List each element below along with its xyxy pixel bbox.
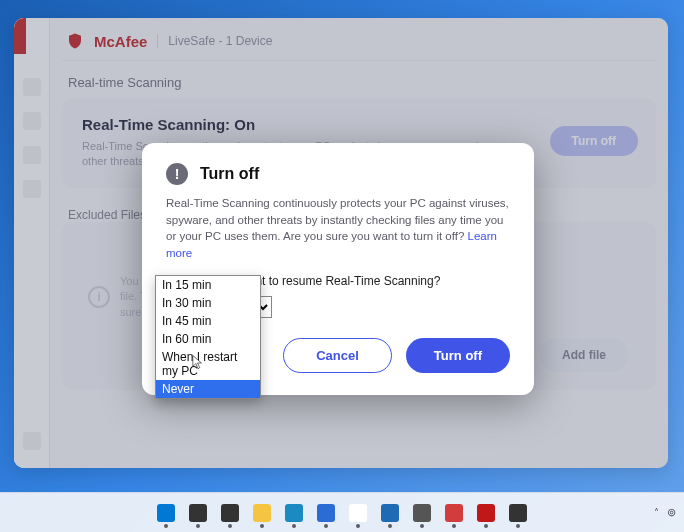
dropdown-option[interactable]: In 45 min	[156, 312, 260, 330]
dropdown-option[interactable]: Never	[156, 380, 260, 398]
dropdown-option[interactable]: In 15 min	[156, 276, 260, 294]
terminal-icon[interactable]	[507, 502, 529, 524]
warning-icon: !	[166, 163, 188, 185]
modal-title: Turn off	[200, 165, 259, 183]
dropdown-option[interactable]: In 60 min	[156, 330, 260, 348]
explorer-icon[interactable]	[251, 502, 273, 524]
edge-icon[interactable]	[283, 502, 305, 524]
store-icon[interactable]	[315, 502, 337, 524]
start-icon[interactable]	[155, 502, 177, 524]
app-icon[interactable]	[443, 502, 465, 524]
taskbar[interactable]: ˄ ⊚	[0, 492, 684, 532]
photos-icon[interactable]	[379, 502, 401, 524]
modal-body: Real-Time Scanning continuously protects…	[166, 195, 510, 262]
search-icon[interactable]	[187, 502, 209, 524]
settings-icon[interactable]	[411, 502, 433, 524]
cancel-button[interactable]: Cancel	[283, 338, 392, 373]
resume-time-dropdown[interactable]: In 15 minIn 30 minIn 45 minIn 60 minWhen…	[155, 275, 261, 399]
dropdown-option[interactable]: In 30 min	[156, 294, 260, 312]
turn-off-confirm-button[interactable]: Turn off	[406, 338, 510, 373]
modal-body-text: Real-Time Scanning continuously protects…	[166, 197, 509, 242]
tray-network-icon[interactable]: ⊚	[667, 506, 676, 519]
mcafee-tray-icon[interactable]	[475, 502, 497, 524]
mail-icon[interactable]	[347, 502, 369, 524]
tray-chevron-up-icon[interactable]: ˄	[654, 507, 659, 518]
dropdown-option[interactable]: When I restart my PC	[156, 348, 260, 380]
system-tray[interactable]: ˄ ⊚	[654, 506, 676, 519]
task-view-icon[interactable]	[219, 502, 241, 524]
